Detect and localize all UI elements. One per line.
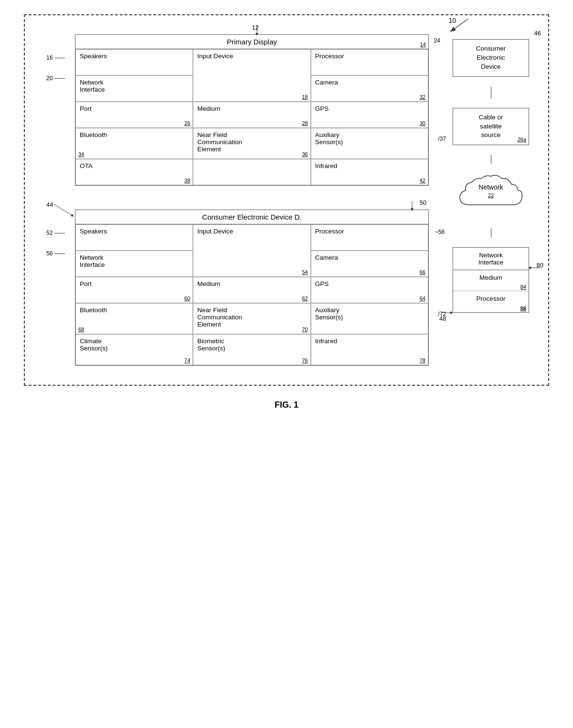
cell-bluetooth-2: Bluetooth 68: [75, 303, 193, 334]
ni-box-container: 80 48: [453, 247, 529, 313]
cable-source-label: Cable orsatellitesource: [478, 114, 503, 139]
cell-ota-1: OTA 38: [75, 159, 193, 185]
network-interface-box: NetworkInterface 86 Medium 84 Processor …: [453, 247, 529, 313]
cell-empty-1: [193, 159, 310, 185]
cell-biometric-2: BiometricSensor(s) 76: [193, 334, 310, 365]
side-label-20: 20: [46, 75, 65, 82]
device1-header: Primary Display 14 24: [75, 35, 428, 49]
cell-gps-1: GPS 30: [311, 102, 428, 128]
ni-cell-medium: Medium 84: [453, 270, 529, 291]
cell-infrared-1: Infrared 42: [311, 159, 428, 185]
ref80-arrow: [528, 265, 542, 275]
cell-climate-2: ClimateSensor(s) 74: [75, 334, 193, 365]
cell-inputdevice-2: Input Device 54: [193, 224, 310, 277]
right-section: 46 ConsumerElectronicDevice Cable orsate…: [443, 30, 539, 366]
network-label: Network 22: [455, 183, 527, 199]
side-label-52: 52: [46, 230, 65, 236]
ref-46: 46: [534, 30, 541, 37]
device2-ref50: 50: [420, 199, 426, 206]
device2-box: Consumer Electronic Device D. Speakers I…: [75, 210, 429, 366]
device2-header-label: Consumer Electronic Device D.: [202, 213, 301, 221]
device2-grid: Speakers Input Device 54 Processor ~58: [75, 224, 428, 365]
cell-network-2: NetworkInterface: [75, 251, 193, 277]
side-label-56: 56: [46, 250, 65, 257]
cable-source-box: Cable orsatellitesource 26a: [453, 108, 529, 146]
cell-gps-2: GPS 64: [311, 277, 428, 303]
cell-camera-2: Camera 66: [311, 251, 428, 277]
device1-header-ref: 14: [420, 42, 426, 47]
ni-cell-processor: Processor 82: [453, 291, 529, 312]
cell-network-1: NetworkInterface: [75, 75, 193, 102]
cell-speakers-1: Speakers: [75, 49, 193, 75]
cell-medium-2: Medium 62: [193, 277, 310, 303]
ni-header: NetworkInterface 86: [453, 248, 529, 270]
svg-line-2: [53, 204, 73, 216]
cell-port-1: Port 26: [75, 102, 193, 128]
cell-medium-1: Medium 28: [193, 102, 310, 128]
cell-speakers-2: Speakers: [75, 224, 193, 251]
device1-grid: Speakers Input Device 18 Processor Netwo…: [75, 49, 428, 185]
cell-nfc-1: Near FieldCommunicationElement 36: [193, 128, 310, 159]
cell-camera-1: Camera 32: [311, 75, 428, 102]
device1-ref24: 24: [434, 37, 440, 44]
cell-port-2: Port 60: [75, 277, 193, 303]
cell-processor-1: Processor: [311, 49, 428, 75]
cell-processor-2: Processor ~58: [311, 224, 428, 251]
connector-line-3: [491, 228, 491, 238]
device1-header-label: Primary Display: [227, 38, 277, 46]
figure-label: FIG. 1: [24, 400, 549, 410]
cell-inputdevice-1: Input Device 18: [193, 49, 310, 102]
left-section: 12 16 20: [44, 30, 429, 366]
cell-infrared-2: Infrared 78: [311, 334, 428, 365]
cell-bluetooth-1: Bluetooth 34: [75, 128, 193, 159]
cell-nfc-2: Near FieldCommunicationElement 70: [193, 303, 310, 334]
connector-line-2: [491, 155, 491, 164]
cell-aux-1: AuxiliarySensor(s) /37: [311, 128, 428, 159]
cell-aux-2: AuxiliarySensor(s) /72: [311, 303, 428, 334]
consumer-device-label: ConsumerElectronicDevice: [476, 45, 506, 70]
network-cloud-container: Network 22: [455, 174, 527, 219]
consumer-electronic-device-box: ConsumerElectronicDevice: [453, 39, 529, 77]
device2-header: Consumer Electronic Device D.: [75, 210, 428, 224]
ref-44: 44: [46, 201, 53, 208]
side-label-16: 16: [46, 54, 65, 61]
connector-line-1: [491, 86, 491, 98]
outer-dashed-box: 12 16 20: [24, 14, 549, 386]
device1-box: Primary Display 14 24 Speakers Input Dev…: [75, 34, 429, 186]
